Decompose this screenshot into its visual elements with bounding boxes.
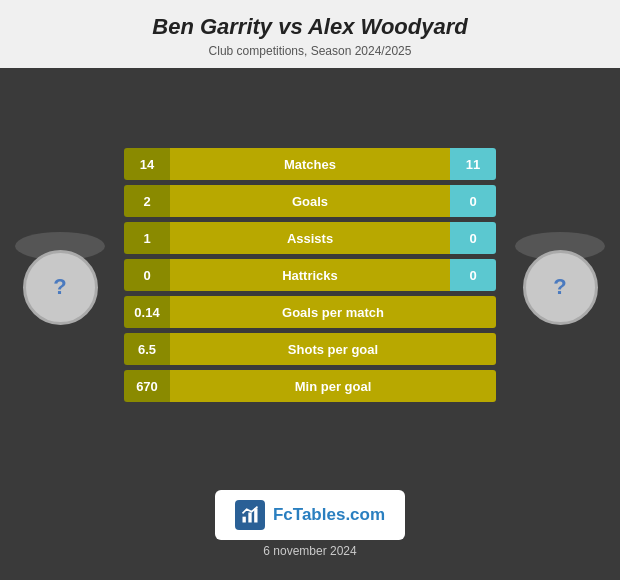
- subtitle: Club competitions, Season 2024/2025: [20, 44, 600, 58]
- logo-icon: [235, 500, 265, 530]
- stat-label: Shots per goal: [170, 333, 496, 365]
- stat-left-value: 1: [124, 222, 170, 254]
- logo-fc: Fc: [273, 505, 293, 524]
- stat-right-value: 0: [450, 222, 496, 254]
- stat-label: Assists: [170, 222, 450, 254]
- header: Ben Garrity vs Alex Woodyard Club compet…: [0, 0, 620, 68]
- logo-text: FcTables.com: [273, 505, 385, 525]
- stat-row: 0Hattricks0: [124, 259, 496, 291]
- stat-label: Goals per match: [170, 296, 496, 328]
- player-left-icon: ?: [53, 274, 66, 300]
- logo-tables: Tables.com: [293, 505, 385, 524]
- main-content: ? 14Matches112Goals01Assists00Hattricks0…: [0, 68, 620, 482]
- player-right-icon: ?: [553, 274, 566, 300]
- stat-row: 0.14Goals per match: [124, 296, 496, 328]
- logo-area: FcTables.com: [215, 490, 405, 540]
- bottom-section: FcTables.com 6 november 2024: [0, 482, 620, 580]
- stat-right-value: 0: [450, 185, 496, 217]
- stat-label: Min per goal: [170, 370, 496, 402]
- svg-rect-1: [248, 513, 251, 523]
- stat-row: 2Goals0: [124, 185, 496, 217]
- stat-row: 670Min per goal: [124, 370, 496, 402]
- stat-right-value: 0: [450, 259, 496, 291]
- stat-left-value: 6.5: [124, 333, 170, 365]
- player-right: ?: [500, 226, 620, 325]
- stats-area: 14Matches112Goals01Assists00Hattricks00.…: [120, 148, 500, 402]
- stat-left-value: 2: [124, 185, 170, 217]
- stat-left-value: 0.14: [124, 296, 170, 328]
- page-title: Ben Garrity vs Alex Woodyard: [20, 14, 600, 40]
- stat-row: 6.5Shots per goal: [124, 333, 496, 365]
- player-left: ?: [0, 226, 120, 325]
- svg-rect-0: [242, 517, 245, 523]
- player-left-avatar: ?: [23, 250, 98, 325]
- stat-right-value: 11: [450, 148, 496, 180]
- stat-left-value: 14: [124, 148, 170, 180]
- player-right-avatar: ?: [523, 250, 598, 325]
- stat-row: 1Assists0: [124, 222, 496, 254]
- svg-rect-2: [254, 508, 257, 522]
- stat-label: Hattricks: [170, 259, 450, 291]
- page-container: Ben Garrity vs Alex Woodyard Club compet…: [0, 0, 620, 580]
- stat-label: Goals: [170, 185, 450, 217]
- stat-left-value: 0: [124, 259, 170, 291]
- stat-left-value: 670: [124, 370, 170, 402]
- stat-label: Matches: [170, 148, 450, 180]
- date-label: 6 november 2024: [263, 544, 356, 558]
- logo-svg: [240, 505, 260, 525]
- stat-row: 14Matches11: [124, 148, 496, 180]
